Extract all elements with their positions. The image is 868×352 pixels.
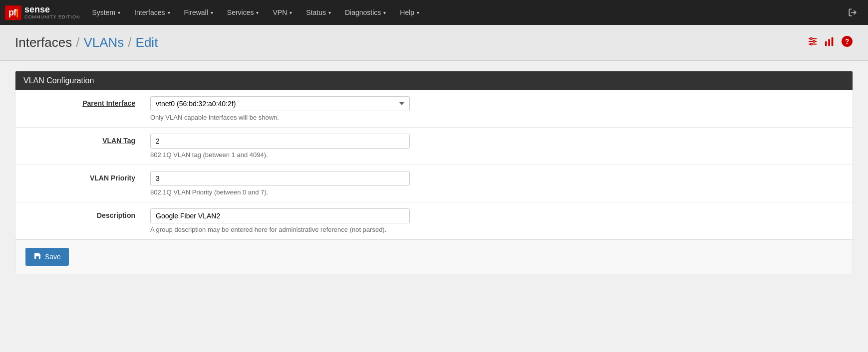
page-header: Interfaces / VLANs / Edit ? [0,25,868,61]
nav-diagnostics[interactable]: Diagnostics ▾ [338,0,393,25]
panel-header: VLAN Configuration [15,71,853,90]
nav-vpn[interactable]: VPN ▾ [266,0,299,25]
svg-text:?: ? [845,37,850,45]
description-label: Description [97,211,135,219]
chart-icon[interactable] [824,36,835,50]
chevron-down-icon: ▾ [118,10,120,15]
form-actions: Save [15,239,853,274]
navbar: pf| sense COMMUNITY EDITION System ▾ Int… [0,0,868,25]
chevron-down-icon: ▾ [168,10,170,15]
logout-button[interactable] [842,0,863,25]
svg-point-5 [813,40,815,42]
vlan-priority-label-cell: VLAN Priority [15,165,145,202]
vlan-priority-row: VLAN Priority 802.1Q VLAN Priority (betw… [15,165,853,202]
vlan-tag-row: VLAN Tag 802.1Q VLAN tag (between 1 and … [15,128,853,165]
vlan-priority-label: VLAN Priority [90,174,135,182]
vlan-priority-help: 802.1Q VLAN Priority (between 0 and 7). [150,188,843,196]
main-content: VLAN Configuration Parent Interface vtne… [0,61,868,284]
description-input-cell: A group description may be entered here … [145,202,853,240]
vlan-tag-label: VLAN Tag [102,137,135,145]
chevron-down-icon: ▾ [211,10,213,15]
vlan-tag-label-cell: VLAN Tag [15,128,145,165]
parent-interface-label-cell: Parent Interface [15,90,145,128]
header-icons: ? [807,35,853,50]
nav-interfaces[interactable]: Interfaces ▾ [127,0,177,25]
breadcrumb-root: Interfaces [15,35,72,50]
save-button[interactable]: Save [25,248,69,266]
vlan-priority-input-cell: 802.1Q VLAN Priority (between 0 and 7). [145,165,853,202]
pf-logo: pf| [5,5,21,20]
panel-body: Parent Interface vtnet0 (56:bd:32:a0:40:… [15,90,853,239]
breadcrumb-sep-2: / [128,35,131,50]
save-icon [33,252,41,262]
svg-point-6 [810,43,812,45]
svg-rect-8 [828,39,830,46]
nav-services[interactable]: Services ▾ [220,0,266,25]
chevron-down-icon: ▾ [383,10,386,15]
logout-icon [848,8,857,17]
chevron-down-icon: ▾ [289,10,292,15]
description-help: A group description may be entered here … [150,226,843,233]
description-input[interactable] [150,208,410,223]
parent-interface-row: Parent Interface vtnet0 (56:bd:32:a0:40:… [15,90,853,128]
settings-icon[interactable] [807,36,818,49]
nav-firewall[interactable]: Firewall ▾ [177,0,220,25]
breadcrumb-current: Edit [136,35,158,50]
svg-rect-7 [825,41,827,46]
navbar-right [842,0,863,25]
breadcrumb: Interfaces / VLANs / Edit [15,35,158,50]
svg-rect-9 [832,37,834,45]
vlan-config-panel: VLAN Configuration Parent Interface vtne… [15,71,853,274]
nav-status[interactable]: Status ▾ [299,0,338,25]
parent-interface-select[interactable]: vtnet0 (56:bd:32:a0:40:2f) [150,96,410,111]
vlan-priority-input[interactable] [150,171,410,186]
svg-point-4 [810,38,812,40]
breadcrumb-sep-1: / [76,35,79,50]
chevron-down-icon: ▾ [256,10,259,15]
breadcrumb-vlans-link[interactable]: VLANs [83,35,124,50]
vlan-tag-help: 802.1Q VLAN tag (between 1 and 4094). [150,151,843,159]
form-table: Parent Interface vtnet0 (56:bd:32:a0:40:… [15,90,853,239]
brand-text: sense COMMUNITY EDITION [24,5,80,20]
nav-system[interactable]: System ▾ [85,0,127,25]
vlan-tag-input[interactable] [150,134,410,149]
nav-help[interactable]: Help ▾ [393,0,426,25]
chevron-down-icon: ▾ [417,10,419,15]
parent-interface-help: Only VLAN capable interfaces will be sho… [150,114,843,121]
parent-interface-input-cell: vtnet0 (56:bd:32:a0:40:2f) Only VLAN cap… [145,90,853,128]
brand-logo[interactable]: pf| sense COMMUNITY EDITION [5,5,80,20]
description-label-cell: Description [15,202,145,240]
vlan-tag-input-cell: 802.1Q VLAN tag (between 1 and 4094). [145,128,853,165]
description-row: Description A group description may be e… [15,202,853,240]
help-icon[interactable]: ? [841,35,853,50]
chevron-down-icon: ▾ [328,10,331,15]
parent-interface-label: Parent Interface [82,99,135,107]
